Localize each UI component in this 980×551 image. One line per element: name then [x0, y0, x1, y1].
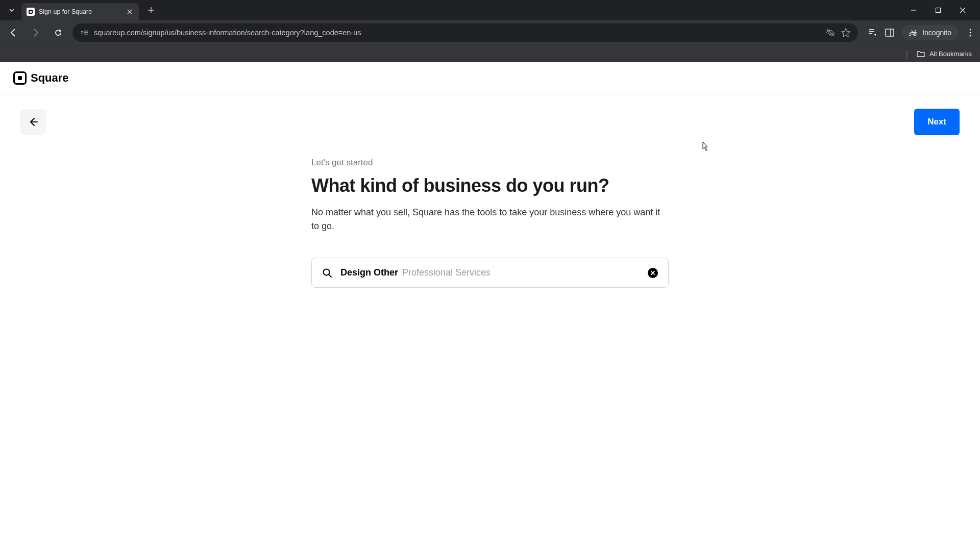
svg-rect-5	[84, 34, 88, 35]
square-logo-text: Square	[31, 71, 69, 85]
page-subtext: No matter what you sell, Square has the …	[311, 206, 669, 233]
maximize-button[interactable]	[931, 3, 945, 17]
svg-line-15	[329, 274, 331, 277]
svg-rect-0	[936, 8, 941, 13]
page-heading: What kind of business do you run?	[311, 175, 669, 196]
page-nav: Next	[0, 94, 980, 142]
business-category-field[interactable]: Design Other Professional Services	[311, 258, 669, 288]
tab-title: Sign up for Square	[39, 8, 121, 15]
square-logo[interactable]: Square	[13, 71, 69, 85]
media-control-icon[interactable]	[867, 28, 877, 38]
bookmarks-bar: | All Bookmarks	[0, 45, 980, 62]
tab-bar: Sign up for Square	[0, 0, 980, 20]
svg-rect-4	[84, 32, 88, 33]
side-panel-icon[interactable]	[885, 28, 895, 38]
tab-close-button[interactable]	[126, 8, 134, 16]
all-bookmarks-label: All Bookmarks	[929, 50, 972, 58]
toolbar-icons: Incognito	[867, 25, 975, 40]
incognito-icon	[909, 28, 918, 37]
reload-button[interactable]	[50, 24, 66, 41]
x-icon	[650, 270, 655, 276]
tab-favicon-icon	[27, 8, 35, 16]
svg-rect-6	[869, 29, 874, 30]
search-selected-category: Professional Services	[402, 267, 491, 278]
svg-rect-3	[84, 31, 88, 32]
search-selected-value: Design Other	[340, 267, 398, 278]
browser-tab[interactable]: Sign up for Square	[21, 3, 139, 20]
back-nav-button[interactable]	[5, 24, 21, 41]
clear-search-button[interactable]	[648, 268, 658, 278]
forward-nav-button[interactable]	[28, 24, 44, 41]
folder-icon	[916, 49, 925, 59]
square-logo-icon	[13, 71, 27, 85]
window-controls	[906, 3, 976, 17]
close-window-button[interactable]	[955, 3, 970, 17]
svg-rect-8	[869, 33, 872, 34]
next-button[interactable]: Next	[914, 109, 960, 135]
svg-rect-9	[886, 29, 894, 36]
arrow-left-icon	[28, 116, 39, 128]
incognito-label: Incognito	[922, 29, 951, 37]
bookmark-star-icon[interactable]	[841, 28, 851, 38]
tab-search-dropdown[interactable]	[4, 3, 19, 18]
eye-off-icon[interactable]	[825, 28, 836, 38]
svg-point-13	[970, 35, 971, 37]
all-bookmarks-button[interactable]: All Bookmarks	[916, 49, 972, 59]
browser-menu-button[interactable]	[966, 28, 975, 37]
address-bar[interactable]: squareup.com/signup/us/business-informat…	[72, 23, 858, 42]
main-content: Let's get started What kind of business …	[301, 158, 679, 288]
url-text: squareup.com/signup/us/business-informat…	[94, 29, 820, 37]
page-back-button[interactable]	[20, 109, 46, 135]
browser-chrome: Sign up for Square	[0, 0, 980, 62]
page-content: Square Next Let's get started What kind …	[0, 62, 980, 288]
new-tab-button[interactable]	[144, 3, 158, 17]
site-info-button[interactable]	[80, 28, 89, 37]
browser-toolbar: squareup.com/signup/us/business-informat…	[0, 20, 980, 45]
search-icon	[322, 268, 332, 278]
page-header: Square	[0, 62, 980, 94]
minimize-button[interactable]	[906, 3, 921, 17]
eyebrow-text: Let's get started	[311, 158, 669, 168]
svg-rect-1	[81, 31, 83, 32]
svg-point-12	[970, 32, 971, 34]
svg-rect-2	[81, 33, 83, 34]
svg-rect-7	[869, 31, 874, 32]
search-content: Design Other Professional Services	[340, 267, 640, 278]
incognito-badge[interactable]: Incognito	[902, 25, 959, 40]
bookmarks-separator: |	[906, 49, 908, 59]
svg-point-11	[970, 29, 971, 31]
